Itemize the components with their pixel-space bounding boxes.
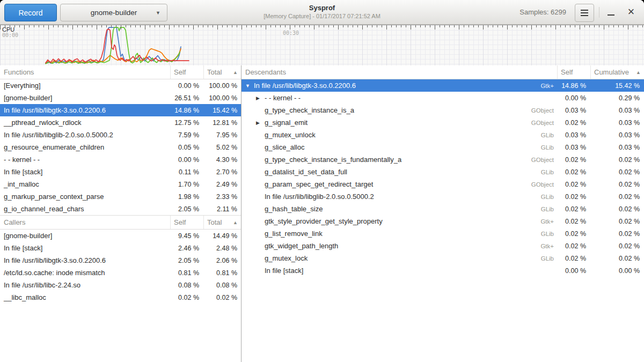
callers-table-header[interactable]: Callers Self Total ▲	[0, 215, 241, 230]
self-percent: 12.75 %	[170, 119, 203, 127]
table-row[interactable]: g_markup_parse_context_parse1.98 %2.33 %	[0, 190, 241, 203]
function-name-cell: g_datalist_id_set_data_fullGLib	[241, 168, 557, 176]
table-row[interactable]: /etc/ld.so.cache: inode mismatch0.81 %0.…	[0, 267, 241, 279]
tree-row[interactable]: gtk_widget_path_lengthGtk+0.02 %0.02 %	[241, 240, 644, 252]
tree-row[interactable]: ▶g_signal_emitGObject0.02 %0.03 %	[241, 116, 644, 129]
cumulative-percent: 0.02 %	[590, 242, 644, 250]
function-name: g_type_check_instance_is_a	[265, 106, 354, 114]
expander-closed-icon[interactable]: ▶	[256, 95, 265, 101]
expander-closed-icon[interactable]: ▶	[256, 120, 265, 125]
table-row[interactable]: [Everything]0.00 %100.00 %	[0, 79, 241, 92]
descendants-table-header[interactable]: Descendants Self Cumulative ▲	[241, 65, 644, 79]
self-percent: 2.05 %	[170, 205, 203, 213]
callers-table-body: [gnome-builder]9.45 %14.49 %In file [sta…	[0, 230, 241, 304]
tree-row[interactable]: g_list_remove_linkGLib0.02 %0.02 %	[241, 227, 644, 240]
callers-self-column-header[interactable]: Self	[170, 216, 203, 229]
cumulative-percent: 0.02 %	[590, 218, 644, 225]
function-name: In file [stack]	[0, 168, 170, 176]
functions-total-column-header[interactable]: Total ▲	[203, 65, 241, 79]
sort-ascending-icon: ▲	[233, 70, 238, 75]
function-name: [Everything]	[0, 82, 170, 90]
self-percent: 2.05 %	[170, 257, 203, 264]
table-row[interactable]: In file /usr/lib/libgtk-3.so.0.2200.614.…	[0, 104, 241, 116]
hamburger-icon	[581, 10, 588, 16]
tree-row[interactable]: g_datalist_id_set_data_fullGLib0.02 %0.0…	[241, 166, 644, 178]
total-percent: 2.06 %	[203, 257, 241, 264]
function-name-cell: In file [stack]	[241, 267, 557, 275]
tree-row[interactable]: In file [stack]0.00 %0.00 %	[241, 264, 644, 277]
left-panel: Functions Self Total ▲ [Everything]0.00 …	[0, 65, 241, 362]
library-badge: Gtk+	[540, 218, 557, 225]
tree-row[interactable]: ▼In file /usr/lib/libgtk-3.so.0.2200.6Gt…	[241, 79, 644, 92]
tree-row[interactable]: g_hash_table_sizeGLib0.02 %0.02 %	[241, 203, 644, 215]
library-badge: GLib	[541, 169, 557, 175]
callers-column-header[interactable]: Callers	[0, 218, 170, 226]
total-percent: 2.48 %	[203, 245, 241, 252]
descendants-cumulative-column-header[interactable]: Cumulative ▲	[590, 65, 644, 79]
function-name: - - kernel - -	[0, 156, 170, 164]
table-row[interactable]: g_resource_enumerate_children0.05 %5.02 …	[0, 141, 241, 153]
target-process-dropdown[interactable]: gnome-builder ▼	[60, 4, 167, 21]
record-button[interactable]: Record	[4, 4, 57, 21]
table-row[interactable]: _int_malloc1.70 %2.49 %	[0, 178, 241, 190]
total-percent: 2.33 %	[203, 193, 241, 201]
self-percent: 0.02 %	[557, 193, 590, 201]
functions-table-header[interactable]: Functions Self Total ▲	[0, 65, 241, 79]
self-percent: 0.00 %	[170, 82, 203, 90]
callers-total-column-header[interactable]: Total ▲	[203, 216, 241, 229]
function-name: In file /usr/lib/libgtk-3.so.0.2200.6	[254, 82, 356, 90]
tree-row[interactable]: g_mutex_lockGLib0.02 %0.02 %	[241, 252, 644, 264]
function-name-cell: g_type_check_instance_is_fundamentally_a…	[241, 156, 557, 164]
function-name: g_signal_emit	[265, 119, 308, 127]
descendants-self-column-header[interactable]: Self	[557, 65, 590, 79]
table-row[interactable]: - - kernel - -0.00 %4.30 %	[0, 153, 241, 166]
table-row[interactable]: In file [stack]2.46 %2.48 %	[0, 242, 241, 254]
cumulative-percent: 0.03 %	[590, 144, 644, 151]
tree-row[interactable]: g_mutex_unlockGLib0.03 %0.03 %	[241, 129, 644, 141]
library-badge: GLib	[541, 132, 557, 138]
header-bar: Record gnome-builder ▼ Sysprof [Memory C…	[0, 0, 644, 25]
close-button[interactable]: ×	[621, 3, 641, 21]
function-name-cell: g_mutex_lockGLib	[241, 254, 557, 262]
cumulative-percent: 0.02 %	[590, 156, 644, 164]
function-name: g_resource_enumerate_children	[0, 143, 170, 151]
table-row[interactable]: g_io_channel_read_chars2.05 %2.11 %	[0, 203, 241, 215]
functions-self-column-header[interactable]: Self	[170, 65, 203, 79]
self-percent: 0.03 %	[557, 107, 590, 114]
self-percent: 7.59 %	[170, 131, 203, 139]
function-name: In file /usr/lib/libglib-2.0.so.0.5000.2	[0, 131, 170, 139]
tree-row[interactable]: g_slice_allocGLib0.03 %0.03 %	[241, 141, 644, 153]
tree-row[interactable]: g_param_spec_get_redirect_targetGObject0…	[241, 178, 644, 190]
table-row[interactable]: In file /usr/lib/libglib-2.0.so.0.5000.2…	[0, 129, 241, 141]
table-row[interactable]: __pthread_rwlock_rdlock12.75 %12.81 %	[0, 116, 241, 129]
table-row[interactable]: In file /usr/lib/libc-2.24.so0.08 %0.08 …	[0, 279, 241, 291]
function-name: /etc/ld.so.cache: inode mismatch	[0, 269, 170, 277]
tree-row[interactable]: gtk_style_provider_get_style_propertyGtk…	[241, 215, 644, 227]
tree-row[interactable]: g_type_check_instance_is_aGObject0.03 %0…	[241, 104, 644, 116]
expander-open-icon[interactable]: ▼	[245, 83, 254, 88]
table-row[interactable]: [gnome-builder]26.51 %100.00 %	[0, 92, 241, 104]
tree-row[interactable]: g_type_check_instance_is_fundamentally_a…	[241, 153, 644, 166]
menu-button[interactable]	[575, 4, 594, 22]
table-row[interactable]: [gnome-builder]9.45 %14.49 %	[0, 230, 241, 242]
total-percent: 15.42 %	[203, 107, 241, 114]
self-percent: 0.02 %	[557, 255, 590, 262]
cumulative-percent: 0.03 %	[590, 131, 644, 139]
descendants-table-body: ▼In file /usr/lib/libgtk-3.so.0.2200.6Gt…	[241, 79, 644, 277]
table-row[interactable]: In file /usr/lib/libgtk-3.so.0.2200.62.0…	[0, 254, 241, 267]
minimize-button[interactable]	[602, 4, 619, 21]
target-process-label: gnome-builder	[91, 9, 137, 17]
function-name-cell: ▼In file /usr/lib/libgtk-3.so.0.2200.6Gt…	[241, 82, 557, 90]
table-row[interactable]: __libc_malloc0.02 %0.02 %	[0, 291, 241, 304]
function-name: In file /usr/lib/libgtk-3.so.0.2200.6	[0, 256, 170, 264]
table-row[interactable]: In file [stack]0.11 %2.70 %	[0, 166, 241, 178]
tree-row[interactable]: ▶- - kernel - -0.00 %0.29 %	[241, 92, 644, 104]
self-percent: 26.51 %	[170, 94, 203, 102]
sort-ascending-icon: ▲	[636, 70, 641, 75]
descendants-column-header[interactable]: Descendants	[241, 68, 557, 76]
self-percent: 0.00 %	[170, 156, 203, 164]
functions-column-header[interactable]: Functions	[0, 68, 170, 76]
cumulative-percent: 0.03 %	[590, 119, 644, 127]
tree-row[interactable]: In file /usr/lib/libglib-2.0.so.0.5000.2…	[241, 190, 644, 203]
cpu-graph[interactable]: CPU 00:00 00:30	[0, 25, 644, 66]
